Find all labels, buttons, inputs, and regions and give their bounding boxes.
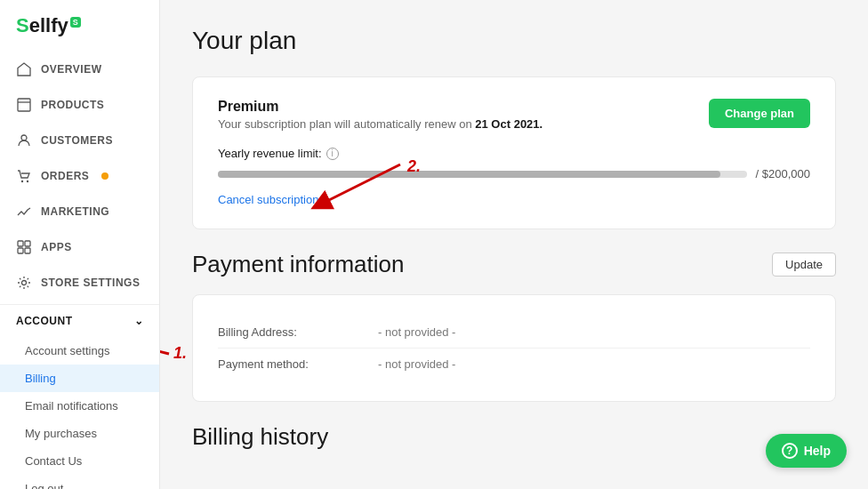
- billing-address-value: - not provided -: [378, 325, 455, 339]
- svg-rect-6: [18, 248, 23, 253]
- page-title: Your plan: [192, 27, 836, 55]
- change-plan-button[interactable]: Change plan: [709, 99, 810, 128]
- svg-point-1: [21, 135, 27, 140]
- billing-item[interactable]: Billing: [0, 365, 159, 392]
- sidebar-item-overview-label: OVERVIEW: [41, 63, 101, 76]
- payment-info-card: Billing Address: - not provided - Paymen…: [192, 294, 836, 402]
- sidebar-item-overview[interactable]: OVERVIEW: [0, 52, 159, 87]
- account-label: ACCOUNT: [16, 315, 73, 327]
- payment-method-label: Payment method:: [218, 357, 378, 371]
- sidebar-item-products-label: PRODUCTS: [41, 99, 104, 111]
- arrow-1-svg: 1.: [160, 309, 187, 363]
- svg-rect-7: [25, 248, 30, 253]
- payment-section-header: Payment information Update: [192, 251, 836, 278]
- sidebar-item-orders-label: ORDERS: [41, 170, 89, 182]
- orders-badge: [101, 172, 108, 180]
- sidebar-item-store-settings[interactable]: STORE SETTINGS: [0, 265, 159, 301]
- chevron-down-icon: ⌄: [134, 315, 144, 327]
- help-label: Help: [804, 444, 831, 458]
- sidebar: SellfyS OVERVIEW PRODUCTS CUSTOMERS O: [0, 0, 160, 489]
- update-button[interactable]: Update: [772, 253, 836, 277]
- progress-bar-background: [218, 171, 747, 178]
- settings-icon: [16, 275, 32, 291]
- logo-text: SellfyS: [16, 14, 81, 37]
- main-content: Your plan Premium Your subscription plan…: [160, 0, 868, 489]
- revenue-label: Yearly revenue limit: i: [218, 147, 810, 160]
- payment-method-row: Payment method: - not provided -: [218, 348, 810, 380]
- cart-icon: [16, 168, 32, 184]
- person-icon: [16, 132, 32, 148]
- svg-rect-0: [18, 99, 30, 111]
- product-icon: [16, 97, 32, 113]
- payment-info-section: Payment information Update Billing Addre…: [192, 251, 836, 402]
- revenue-section: Yearly revenue limit: i / $200,000: [218, 147, 810, 180]
- plan-subtitle: Your subscription plan will automaticall…: [218, 117, 542, 131]
- svg-point-3: [27, 180, 28, 182]
- payment-method-value: - not provided -: [378, 357, 455, 371]
- sidebar-item-apps-label: APPS: [41, 241, 72, 253]
- help-button[interactable]: ? Help: [766, 434, 847, 468]
- sidebar-item-marketing-label: MARKETING: [41, 205, 109, 218]
- plan-name: Premium: [218, 99, 542, 115]
- account-header[interactable]: ACCOUNT ⌄: [0, 305, 159, 337]
- log-out-item[interactable]: Log out: [0, 475, 159, 489]
- payment-info-title: Payment information: [192, 251, 404, 278]
- logo-s-letter: S: [16, 14, 29, 36]
- svg-point-8: [22, 281, 27, 285]
- svg-rect-4: [18, 241, 23, 246]
- plan-info: Premium Your subscription plan will auto…: [218, 99, 542, 131]
- progress-bar-wrap: / $200,000: [218, 167, 810, 180]
- home-icon: [16, 61, 32, 77]
- apps-icon: [16, 239, 32, 255]
- cancel-subscription-link[interactable]: Cancel subscription: [218, 193, 318, 206]
- sidebar-item-customers[interactable]: CUSTOMERS: [0, 123, 159, 158]
- sidebar-item-customers-label: CUSTOMERS: [41, 134, 113, 147]
- contact-us-item[interactable]: Contact Us: [0, 447, 159, 475]
- plan-header: Premium Your subscription plan will auto…: [218, 99, 810, 131]
- sidebar-item-products[interactable]: PRODUCTS: [0, 87, 159, 123]
- sidebar-item-apps[interactable]: APPS: [0, 229, 159, 265]
- sidebar-item-orders[interactable]: ORDERS: [0, 158, 159, 194]
- sidebar-item-store-settings-label: STORE SETTINGS: [41, 277, 140, 289]
- account-settings-item[interactable]: Account settings: [0, 337, 159, 365]
- billing-address-label: Billing Address:: [218, 325, 378, 339]
- svg-point-2: [21, 180, 23, 182]
- main-nav: OVERVIEW PRODUCTS CUSTOMERS ORDERS MA: [0, 52, 159, 301]
- help-icon: ?: [782, 443, 798, 459]
- progress-limit: / $200,000: [756, 167, 810, 180]
- info-icon[interactable]: i: [326, 148, 339, 160]
- billing-history-title: Billing history: [192, 423, 836, 451]
- svg-text:1.: 1.: [173, 344, 187, 362]
- svg-rect-5: [25, 241, 30, 246]
- chart-icon: [16, 204, 32, 220]
- annotation-container: 1. 2.: [160, 0, 868, 489]
- billing-address-row: Billing Address: - not provided -: [218, 317, 810, 348]
- logo: SellfyS: [0, 0, 159, 52]
- email-notifications-item[interactable]: Email notifications: [0, 392, 159, 420]
- plan-card: Premium Your subscription plan will auto…: [192, 76, 836, 229]
- my-purchases-item[interactable]: My purchases: [0, 420, 159, 447]
- logo-badge: S: [70, 17, 81, 28]
- billing-history-section: Billing history: [192, 423, 836, 451]
- sidebar-item-marketing[interactable]: MARKETING: [0, 194, 159, 229]
- progress-bar-fill: [218, 171, 720, 178]
- account-section: ACCOUNT ⌄ Account settings Billing Email…: [0, 304, 159, 489]
